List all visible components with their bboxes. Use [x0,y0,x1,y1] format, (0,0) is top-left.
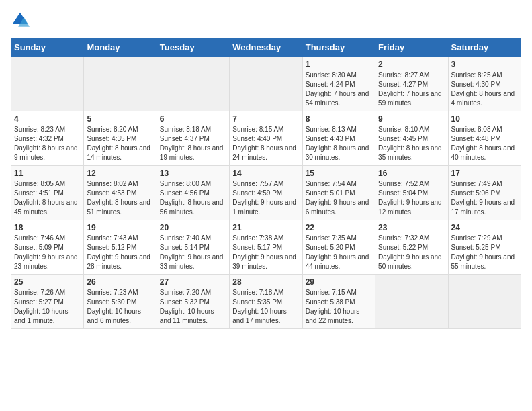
day-number: 9 [378,114,445,124]
day-number: 12 [87,169,153,178]
day-cell: 7Sunrise: 8:15 AMSunset: 4:40 PMDaylight… [230,111,302,166]
day-number: 28 [232,277,299,287]
day-cell: 27Sunrise: 7:20 AMSunset: 5:32 PMDayligh… [157,275,229,329]
day-detail: Sunrise: 7:52 AMSunset: 5:04 PMDaylight:… [378,179,445,217]
day-detail: Sunrise: 8:00 AMSunset: 4:56 PMDaylight:… [160,179,226,217]
day-number: 3 [451,60,518,69]
day-detail: Sunrise: 7:40 AMSunset: 5:14 PMDaylight:… [160,234,226,271]
day-number: 4 [14,114,81,124]
day-number: 27 [160,277,226,287]
day-number: 24 [451,223,518,232]
day-cell: 26Sunrise: 7:23 AMSunset: 5:30 PMDayligh… [84,275,157,329]
day-number: 25 [14,277,81,287]
day-number: 26 [87,277,153,287]
day-detail: Sunrise: 7:38 AMSunset: 5:17 PMDaylight:… [232,234,299,271]
day-cell: 14Sunrise: 7:57 AMSunset: 4:59 PMDayligh… [230,166,302,220]
day-cell: 1Sunrise: 8:30 AMSunset: 4:24 PMDaylight… [302,57,375,111]
day-number: 23 [378,223,445,232]
day-number: 17 [451,169,518,178]
day-number: 8 [306,114,372,124]
day-number: 15 [306,169,372,178]
day-number: 5 [87,114,153,124]
week-row: 1Sunrise: 8:30 AMSunset: 4:24 PMDaylight… [11,57,521,111]
day-cell: 16Sunrise: 7:52 AMSunset: 5:04 PMDayligh… [375,166,448,220]
day-detail: Sunrise: 7:18 AMSunset: 5:35 PMDaylight:… [232,288,299,326]
col-header-wednesday: Wednesday [230,38,302,57]
week-row: 4Sunrise: 8:23 AMSunset: 4:32 PMDaylight… [11,111,521,166]
day-cell: 21Sunrise: 7:38 AMSunset: 5:17 PMDayligh… [230,220,302,275]
day-detail: Sunrise: 8:02 AMSunset: 4:53 PMDaylight:… [87,179,153,217]
day-detail: Sunrise: 7:23 AMSunset: 5:30 PMDaylight:… [87,288,153,326]
day-cell: 4Sunrise: 8:23 AMSunset: 4:32 PMDaylight… [11,111,84,166]
day-cell: 6Sunrise: 8:18 AMSunset: 4:37 PMDaylight… [157,111,229,166]
day-detail: Sunrise: 8:30 AMSunset: 4:24 PMDaylight:… [306,71,372,108]
day-number: 14 [232,169,299,178]
day-detail: Sunrise: 8:23 AMSunset: 4:32 PMDaylight:… [14,125,81,163]
week-row: 11Sunrise: 8:05 AMSunset: 4:51 PMDayligh… [11,166,521,220]
day-detail: Sunrise: 7:15 AMSunset: 5:38 PMDaylight:… [306,288,372,326]
day-cell: 20Sunrise: 7:40 AMSunset: 5:14 PMDayligh… [157,220,229,275]
day-cell [375,275,448,329]
col-header-tuesday: Tuesday [157,38,229,57]
day-number: 10 [451,114,518,124]
day-detail: Sunrise: 7:35 AMSunset: 5:20 PMDaylight:… [306,234,372,271]
day-detail: Sunrise: 8:27 AMSunset: 4:27 PMDaylight:… [378,71,445,108]
day-detail: Sunrise: 7:57 AMSunset: 4:59 PMDaylight:… [232,179,299,217]
day-cell [230,57,302,111]
day-cell: 24Sunrise: 7:29 AMSunset: 5:25 PMDayligh… [448,220,521,275]
day-cell: 15Sunrise: 7:54 AMSunset: 5:01 PMDayligh… [302,166,375,220]
day-cell: 8Sunrise: 8:13 AMSunset: 4:43 PMDaylight… [302,111,375,166]
day-cell: 28Sunrise: 7:18 AMSunset: 5:35 PMDayligh… [230,275,302,329]
day-detail: Sunrise: 8:25 AMSunset: 4:30 PMDaylight:… [451,71,518,108]
day-number: 21 [232,223,299,232]
day-number: 11 [14,169,81,178]
day-cell [11,57,84,111]
day-detail: Sunrise: 7:29 AMSunset: 5:25 PMDaylight:… [451,234,518,271]
day-cell: 3Sunrise: 8:25 AMSunset: 4:30 PMDaylight… [448,57,521,111]
day-cell: 2Sunrise: 8:27 AMSunset: 4:27 PMDaylight… [375,57,448,111]
week-row: 25Sunrise: 7:26 AMSunset: 5:27 PMDayligh… [11,275,521,329]
day-detail: Sunrise: 7:46 AMSunset: 5:09 PMDaylight:… [14,234,81,271]
day-detail: Sunrise: 8:13 AMSunset: 4:43 PMDaylight:… [306,125,372,163]
day-cell: 11Sunrise: 8:05 AMSunset: 4:51 PMDayligh… [11,166,84,220]
day-number: 13 [160,169,226,178]
week-row: 18Sunrise: 7:46 AMSunset: 5:09 PMDayligh… [11,220,521,275]
day-detail: Sunrise: 8:20 AMSunset: 4:35 PMDaylight:… [87,125,153,163]
day-number: 29 [306,277,372,287]
day-detail: Sunrise: 8:10 AMSunset: 4:45 PMDaylight:… [378,125,445,163]
day-detail: Sunrise: 8:18 AMSunset: 4:37 PMDaylight:… [160,125,226,163]
day-cell: 12Sunrise: 8:02 AMSunset: 4:53 PMDayligh… [84,166,157,220]
day-cell: 23Sunrise: 7:32 AMSunset: 5:22 PMDayligh… [375,220,448,275]
day-cell: 25Sunrise: 7:26 AMSunset: 5:27 PMDayligh… [11,275,84,329]
day-number: 22 [306,223,372,232]
day-detail: Sunrise: 8:05 AMSunset: 4:51 PMDaylight:… [14,179,81,217]
day-detail: Sunrise: 7:49 AMSunset: 5:06 PMDaylight:… [451,179,518,217]
day-number: 1 [306,60,372,69]
col-header-friday: Friday [375,38,448,57]
day-detail: Sunrise: 7:54 AMSunset: 5:01 PMDaylight:… [306,179,372,217]
day-number: 2 [378,60,445,69]
day-cell: 5Sunrise: 8:20 AMSunset: 4:35 PMDaylight… [84,111,157,166]
day-cell: 17Sunrise: 7:49 AMSunset: 5:06 PMDayligh… [448,166,521,220]
calendar-table: SundayMondayTuesdayWednesdayThursdayFrid… [11,38,521,329]
day-cell [448,275,521,329]
header-row: SundayMondayTuesdayWednesdayThursdayFrid… [11,38,521,57]
day-cell: 18Sunrise: 7:46 AMSunset: 5:09 PMDayligh… [11,220,84,275]
day-cell: 9Sunrise: 8:10 AMSunset: 4:45 PMDaylight… [375,111,448,166]
day-cell [157,57,229,111]
col-header-saturday: Saturday [448,38,521,57]
day-detail: Sunrise: 7:20 AMSunset: 5:32 PMDaylight:… [160,288,226,326]
day-detail: Sunrise: 7:43 AMSunset: 5:12 PMDaylight:… [87,234,153,271]
col-header-monday: Monday [84,38,157,57]
day-detail: Sunrise: 8:15 AMSunset: 4:40 PMDaylight:… [232,125,299,163]
day-cell: 29Sunrise: 7:15 AMSunset: 5:38 PMDayligh… [302,275,375,329]
day-detail: Sunrise: 8:08 AMSunset: 4:48 PMDaylight:… [451,125,518,163]
day-number: 18 [14,223,81,232]
day-number: 6 [160,114,226,124]
day-cell: 10Sunrise: 8:08 AMSunset: 4:48 PMDayligh… [448,111,521,166]
col-header-thursday: Thursday [302,38,375,57]
day-cell: 13Sunrise: 8:00 AMSunset: 4:56 PMDayligh… [157,166,229,220]
day-cell: 22Sunrise: 7:35 AMSunset: 5:20 PMDayligh… [302,220,375,275]
day-detail: Sunrise: 7:26 AMSunset: 5:27 PMDaylight:… [14,288,81,326]
day-number: 16 [378,169,445,178]
